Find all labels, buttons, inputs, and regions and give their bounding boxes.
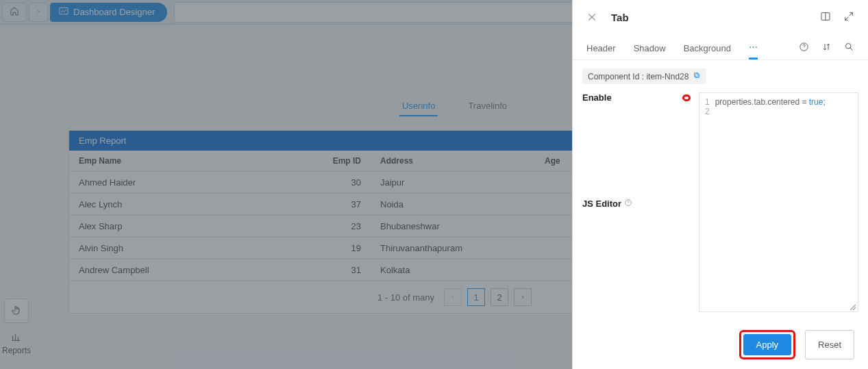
enable-label: Enable	[582, 92, 612, 103]
help-small-icon[interactable]	[624, 199, 632, 209]
copy-icon[interactable]	[689, 71, 701, 81]
highlight-apply-button: Apply	[739, 330, 796, 359]
component-id-text: Component Id : item-Nnd28	[588, 72, 689, 81]
side-panel-footer: Apply Reset	[573, 320, 868, 369]
resize-handle[interactable]	[849, 303, 856, 309]
svg-line-9	[850, 13, 853, 16]
svg-line-10	[845, 17, 849, 21]
apply-button[interactable]: Apply	[743, 334, 792, 355]
svg-rect-15	[695, 74, 699, 78]
svg-line-19	[850, 305, 856, 310]
side-panel-title: Tab	[611, 12, 820, 23]
svg-line-14	[850, 48, 852, 50]
sp-tab-shadow[interactable]: Shadow	[634, 38, 666, 59]
help-icon[interactable]	[799, 42, 809, 54]
sort-icon[interactable]	[821, 42, 832, 54]
sp-tab-background[interactable]: Background	[684, 38, 731, 59]
side-panel: Tab Header Shadow Background ⋯ Component…	[572, 0, 868, 369]
code-text: properties.tab.centered = true;	[715, 97, 826, 307]
close-panel-button[interactable]	[586, 12, 599, 24]
component-id-chip: Component Id : item-Nnd28	[573, 60, 868, 84]
reset-button[interactable]: Reset	[805, 330, 854, 359]
svg-line-20	[853, 307, 856, 310]
resize-icon	[849, 303, 856, 312]
svg-rect-16	[695, 73, 699, 77]
side-panel-header: Tab	[573, 0, 868, 32]
sp-tab-header[interactable]: Header	[586, 38, 616, 59]
close-icon	[586, 14, 597, 25]
side-panel-body: Enable JS Editor 12 properties.tab.cente…	[573, 84, 868, 320]
highlight-enable-toggle	[682, 94, 691, 101]
layout-icon[interactable]	[820, 11, 831, 24]
sp-tab-more[interactable]: ⋯	[749, 36, 758, 60]
side-panel-tabs: Header Shadow Background ⋯	[573, 32, 868, 60]
js-editor[interactable]: 12 properties.tab.centered = true;	[699, 92, 858, 312]
expand-icon[interactable]	[843, 11, 854, 24]
search-icon[interactable]	[844, 42, 854, 54]
modal-overlay	[0, 0, 572, 369]
more-icon: ⋯	[749, 42, 758, 52]
code-gutter: 12	[705, 97, 715, 307]
svg-point-13	[846, 44, 852, 49]
js-editor-label: JS Editor	[582, 199, 621, 209]
js-editor-label-row: JS Editor	[582, 199, 691, 209]
